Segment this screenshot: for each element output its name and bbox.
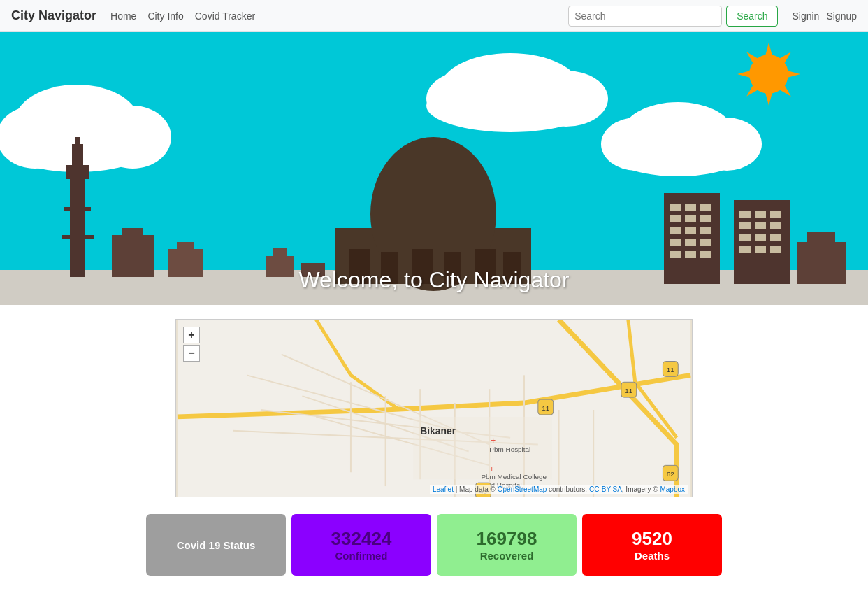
navbar: City Navigator Home City Info Covid Trac… [0, 0, 868, 32]
svg-rect-50 [670, 227, 681, 234]
map-controls: + − [183, 327, 200, 362]
svg-rect-47 [670, 215, 681, 222]
hero-illustration: Welcome, to City Navigator [0, 32, 868, 305]
svg-text:11: 11 [667, 366, 675, 373]
svg-text:11: 11 [542, 404, 550, 412]
svg-rect-65 [739, 234, 751, 241]
svg-rect-23 [70, 172, 85, 277]
svg-rect-69 [755, 246, 766, 253]
svg-rect-71 [797, 242, 846, 284]
nav-city-info[interactable]: City Info [147, 10, 183, 22]
svg-rect-53 [670, 239, 681, 246]
search-input[interactable] [568, 6, 722, 27]
covid-status-label: Covid 19 Status [177, 539, 256, 551]
svg-rect-48 [685, 215, 696, 222]
stats-section: Covid 19 Status 332424 Confirmed 169798 … [0, 504, 868, 592]
svg-rect-25 [72, 144, 83, 169]
svg-rect-49 [700, 215, 711, 222]
svg-rect-55 [700, 239, 711, 246]
svg-rect-60 [755, 211, 766, 218]
svg-rect-67 [770, 234, 781, 241]
svg-text:Welcome, to City Navigator: Welcome, to City Navigator [298, 267, 569, 292]
osm-link[interactable]: OpenStreetMap [498, 485, 547, 493]
svg-text:Bikaner: Bikaner [420, 425, 456, 436]
zoom-out-button[interactable]: − [183, 345, 200, 362]
svg-point-17 [426, 79, 594, 132]
nav-links: Home City Info Covid Tracker [110, 10, 255, 22]
mapbox-link[interactable]: Mapbox [660, 485, 685, 493]
deaths-card: 9520 Deaths [582, 514, 722, 576]
svg-rect-46 [700, 204, 711, 211]
map-section: Bikaner Pbm Hospital + Pbm Medical Colle… [0, 305, 868, 504]
svg-text:62: 62 [667, 470, 675, 478]
recovered-card: 169798 Recovered [437, 514, 577, 576]
svg-rect-45 [685, 204, 696, 211]
hero-banner: Welcome, to City Navigator [0, 32, 868, 305]
svg-rect-26 [75, 137, 80, 148]
svg-point-21 [608, 126, 748, 176]
signup-link[interactable]: Signup [826, 10, 857, 22]
svg-rect-66 [755, 234, 766, 241]
svg-rect-63 [755, 222, 766, 229]
svg-rect-56 [670, 251, 681, 258]
svg-rect-32 [177, 242, 194, 253]
auth-links: Signin Signup [792, 10, 857, 22]
brand-title: City Navigator [11, 8, 96, 23]
ccbysa-link[interactable]: CC-BY-SA [589, 485, 622, 493]
svg-rect-44 [670, 204, 681, 211]
svg-rect-68 [739, 246, 751, 253]
svg-rect-59 [739, 211, 751, 218]
map-svg: Bikaner Pbm Hospital + Pbm Medical Colle… [176, 320, 692, 497]
confirmed-value: 332424 [331, 528, 392, 550]
svg-rect-28 [62, 235, 94, 239]
svg-rect-35 [412, 141, 426, 169]
deaths-value: 9520 [632, 528, 672, 550]
nav-home[interactable]: Home [110, 10, 136, 22]
confirmed-label: Confirmed [335, 550, 388, 562]
recovered-label: Recovered [480, 550, 534, 562]
confirmed-card: 332424 Confirmed [291, 514, 431, 576]
svg-rect-64 [770, 222, 781, 229]
svg-rect-61 [770, 211, 781, 218]
signin-link[interactable]: Signin [792, 10, 819, 22]
svg-rect-72 [807, 232, 835, 245]
nav-covid-tracker[interactable]: Covid Tracker [195, 10, 255, 22]
svg-rect-70 [770, 246, 781, 253]
recovered-value: 169798 [477, 528, 537, 550]
covid-status-card: Covid 19 Status [146, 514, 286, 576]
svg-rect-57 [685, 251, 696, 258]
svg-rect-62 [739, 222, 751, 229]
map-container: Bikaner Pbm Hospital + Pbm Medical Colle… [175, 319, 693, 497]
leaflet-link[interactable]: Leaflet [433, 485, 454, 493]
svg-rect-58 [700, 251, 711, 258]
svg-rect-27 [64, 207, 91, 211]
zoom-in-button[interactable]: + [183, 327, 200, 343]
svg-text:Pbm Hospital: Pbm Hospital [489, 446, 530, 453]
search-area: Search [568, 6, 778, 27]
svg-rect-73 [266, 256, 294, 277]
svg-rect-51 [685, 227, 696, 234]
svg-text:+: + [491, 436, 496, 446]
svg-point-9 [749, 55, 788, 94]
search-button[interactable]: Search [726, 6, 778, 27]
svg-rect-30 [122, 228, 143, 242]
svg-text:11: 11 [625, 387, 633, 394]
deaths-label: Deaths [635, 550, 670, 562]
map-attribution: Leaflet | Map data © OpenStreetMap contr… [430, 485, 688, 494]
svg-rect-74 [273, 248, 287, 259]
svg-rect-54 [685, 239, 696, 246]
svg-text:+: + [489, 464, 494, 474]
svg-rect-52 [700, 227, 711, 234]
